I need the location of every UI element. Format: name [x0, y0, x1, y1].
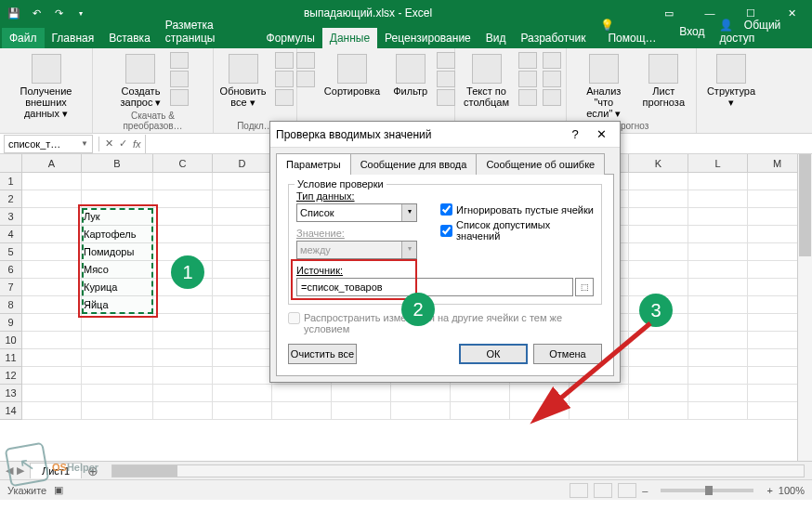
- cell[interactable]: [153, 349, 213, 367]
- save-icon[interactable]: 💾: [7, 7, 20, 20]
- tab-file[interactable]: Файл: [2, 28, 45, 48]
- zoom-out-button[interactable]: –: [642, 485, 648, 496]
- cell[interactable]: [688, 190, 748, 208]
- close-icon[interactable]: ✕: [588, 127, 614, 141]
- connections-icon[interactable]: [275, 52, 294, 69]
- undo-icon[interactable]: ↶: [30, 7, 43, 20]
- col-header[interactable]: C: [153, 154, 213, 172]
- cell[interactable]: [688, 332, 748, 349]
- row-header[interactable]: 13: [0, 385, 22, 402]
- cell[interactable]: [629, 243, 688, 261]
- cell[interactable]: [153, 402, 213, 420]
- cell[interactable]: [22, 367, 82, 385]
- cancel-button[interactable]: Отмена: [533, 344, 602, 364]
- cell[interactable]: [82, 314, 153, 332]
- text-to-columns-button[interactable]: Текст по столбцам: [460, 52, 513, 110]
- cell[interactable]: [688, 226, 748, 243]
- chevron-down-icon[interactable]: ▼: [81, 139, 88, 148]
- cell[interactable]: [22, 296, 82, 314]
- cell[interactable]: [153, 208, 213, 226]
- row-header[interactable]: 14: [0, 402, 22, 420]
- consolidate-icon[interactable]: [543, 52, 561, 69]
- cell[interactable]: [629, 402, 688, 420]
- cell[interactable]: [688, 402, 748, 420]
- cell[interactable]: [451, 385, 510, 402]
- range-picker-icon[interactable]: ⬚: [575, 278, 594, 296]
- cell[interactable]: [332, 402, 391, 420]
- cell[interactable]: [22, 190, 82, 208]
- cell[interactable]: [510, 385, 570, 402]
- col-header[interactable]: D: [213, 154, 272, 172]
- zoom-slider[interactable]: [661, 489, 753, 492]
- relationships-icon[interactable]: [543, 71, 561, 87]
- row-header[interactable]: 1: [0, 173, 22, 190]
- cell[interactable]: [629, 226, 688, 243]
- cell[interactable]: [22, 261, 82, 279]
- forecast-sheet-button[interactable]: Лист прогноза: [639, 52, 688, 110]
- cell[interactable]: [272, 402, 332, 420]
- filter-button[interactable]: Фильтр: [389, 52, 431, 98]
- sign-in[interactable]: Вход: [672, 21, 712, 42]
- cell[interactable]: [629, 190, 688, 208]
- macro-record-icon[interactable]: ▣: [54, 484, 63, 496]
- tab-page-layout[interactable]: Разметка страницы: [158, 15, 259, 48]
- share-button[interactable]: 👤 Общий доступ: [712, 15, 812, 48]
- row-header[interactable]: 2: [0, 190, 22, 208]
- cell[interactable]: [332, 385, 391, 402]
- advanced-icon[interactable]: [437, 89, 455, 106]
- tab-data[interactable]: Данные: [322, 28, 377, 48]
- cell[interactable]: [153, 173, 213, 190]
- row-header[interactable]: 5: [0, 243, 22, 261]
- cell[interactable]: [272, 385, 332, 402]
- cell[interactable]: [82, 402, 153, 420]
- flash-fill-icon[interactable]: [518, 52, 537, 69]
- cell[interactable]: [213, 261, 272, 279]
- cell[interactable]: [213, 314, 272, 332]
- cell[interactable]: [510, 402, 570, 420]
- clear-filter-icon[interactable]: [437, 52, 455, 69]
- cell[interactable]: [22, 332, 82, 349]
- ignore-blank-checkbox[interactable]: Игнорировать пустые ячейки: [440, 203, 594, 216]
- outline-button[interactable]: Структура ▾: [703, 52, 759, 110]
- scrollbar-thumb[interactable]: [799, 154, 811, 256]
- row-header[interactable]: 8: [0, 296, 22, 314]
- cell[interactable]: [629, 208, 688, 226]
- ok-button[interactable]: ОК: [459, 344, 528, 364]
- cell[interactable]: [451, 402, 510, 420]
- cell[interactable]: [22, 349, 82, 367]
- cell[interactable]: [213, 296, 272, 314]
- cell[interactable]: [213, 208, 272, 226]
- cell[interactable]: [688, 385, 748, 402]
- refresh-all-button[interactable]: Обновить все ▾: [216, 52, 270, 110]
- enter-fx-icon[interactable]: ✓: [119, 137, 127, 150]
- cell[interactable]: [153, 314, 213, 332]
- cell[interactable]: [22, 402, 82, 420]
- zoom-level[interactable]: 100%: [779, 485, 805, 496]
- reapply-icon[interactable]: [437, 71, 455, 87]
- row-header[interactable]: 10: [0, 332, 22, 349]
- qat-more-icon[interactable]: ▾: [74, 7, 87, 20]
- tab-review[interactable]: Рецензирование: [377, 28, 478, 48]
- cell[interactable]: [213, 226, 272, 243]
- tab-error-alert[interactable]: Сообщение об ошибке: [476, 153, 605, 175]
- cell[interactable]: Яйца: [82, 296, 153, 314]
- cell[interactable]: [82, 385, 153, 402]
- tab-home[interactable]: Главная: [45, 28, 102, 48]
- row-header[interactable]: 7: [0, 279, 22, 296]
- cell[interactable]: [22, 208, 82, 226]
- help-icon[interactable]: ?: [562, 127, 588, 141]
- cell[interactable]: [688, 296, 748, 314]
- from-table-icon[interactable]: [170, 71, 189, 87]
- fx-icon[interactable]: fx: [133, 138, 141, 150]
- cell[interactable]: [22, 385, 82, 402]
- cell[interactable]: [688, 243, 748, 261]
- cell[interactable]: [629, 367, 688, 385]
- cell[interactable]: [213, 173, 272, 190]
- cell[interactable]: [153, 332, 213, 349]
- propagate-checkbox[interactable]: Распространить изменения на другие ячейк…: [288, 312, 602, 334]
- cell[interactable]: [22, 314, 82, 332]
- cell[interactable]: [22, 173, 82, 190]
- row-header[interactable]: 6: [0, 261, 22, 279]
- cell[interactable]: [213, 332, 272, 349]
- tab-input-message[interactable]: Сообщение для ввода: [350, 153, 478, 175]
